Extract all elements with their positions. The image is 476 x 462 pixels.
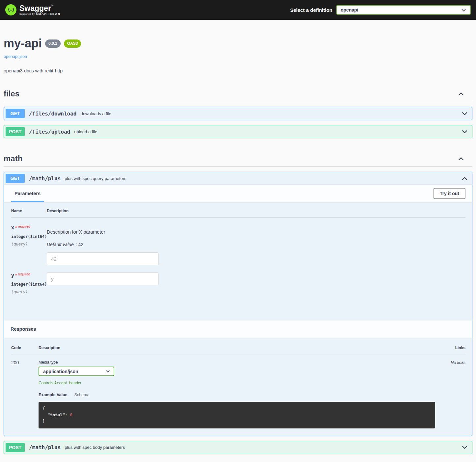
section-files: files GET /files/download downloads a fi… [4, 87, 472, 138]
parameter-x-name-cell: x*required integer($int64) (query) [11, 225, 47, 246]
chevron-up-icon[interactable] [461, 175, 468, 182]
controls-accept-note: Controls Accept header. [39, 381, 435, 385]
parameters-table: Name Description x*required integer($int… [4, 202, 472, 321]
topbar: {…} Swagger™ Supported bySMARTBEAR Selec… [0, 0, 476, 20]
chevron-up-icon[interactable] [458, 90, 464, 97]
chevron-down-icon[interactable] [461, 110, 468, 117]
method-badge-post: POST [6, 443, 25, 452]
op-summary-text: upload a file [74, 129, 97, 134]
default-value-separator: : [74, 242, 78, 247]
description-column-header: Description [47, 209, 465, 213]
parameter-row-x: x*required integer($int64) (query) Descr… [11, 218, 465, 265]
json-value: 0 [70, 412, 72, 417]
opblock-get-files-download: GET /files/download downloads a file [4, 107, 472, 120]
opblock-summary[interactable]: GET /files/download downloads a file [4, 107, 472, 120]
section-files-title: files [4, 89, 19, 98]
controls-prefix: Controls [39, 381, 54, 385]
opblock-post-math-plus: POST /math/plus plus with spec body para… [4, 441, 472, 454]
swagger-logo[interactable]: {…} Swagger™ Supported bySMARTBEAR [5, 4, 61, 16]
main-content: my-api0.0.1OAS3 openapi.json openapi3-do… [0, 20, 476, 462]
method-badge-get: GET [6, 174, 25, 183]
spec-link[interactable]: openapi.json [4, 54, 27, 59]
example-schema-tabs: Example Value Schema [39, 392, 435, 398]
op-path[interactable]: /files/upload [29, 129, 70, 135]
api-title-text: my-api [4, 37, 42, 50]
required-label: required [18, 225, 30, 228]
tab-separator [71, 392, 71, 398]
definition-select[interactable]: openapi [336, 5, 471, 15]
parameter-name: x [11, 225, 14, 230]
code-column-header: Code [11, 346, 39, 350]
logo-trademark: ™ [51, 4, 53, 7]
media-type-label: Media type [39, 360, 435, 365]
version-badge: 0.0.1 [45, 39, 61, 48]
op-path[interactable]: /files/download [29, 111, 77, 117]
parameters-table-head: Name Description [11, 209, 465, 218]
json-key: "total" [47, 412, 65, 417]
chevron-down-icon[interactable] [461, 444, 468, 451]
tab-parameters: Parameters [11, 185, 44, 202]
api-description: openapi3-docs with reitit-http [4, 68, 472, 73]
section-files-header[interactable]: files [4, 87, 472, 102]
parameter-y-input[interactable] [47, 272, 159, 285]
parameter-x-input[interactable] [47, 252, 159, 265]
parameter-x-description-cell: Description for X parameter Default valu… [47, 225, 465, 265]
parameter-y-description-cell [47, 272, 465, 285]
page-title: my-api0.0.1OAS3 [4, 36, 472, 50]
required-asterisk: * [15, 272, 17, 278]
definition-select-value: openapi [341, 7, 358, 13]
opblock-post-files-upload: POST /files/upload upload a file [4, 125, 472, 138]
code-line: "total": 0 [42, 412, 431, 418]
name-column-header: Name [11, 209, 47, 213]
swagger-logo-icon: {…} [5, 4, 16, 15]
select-definition-label: Select a definition [290, 7, 332, 13]
opblock-summary[interactable]: GET /math/plus plus with spec query para… [4, 172, 472, 185]
controls-suffix: header. [68, 381, 82, 385]
try-it-out-button[interactable]: Try it out [434, 188, 465, 199]
responses-table: Code Description Links 200 Media type ap… [4, 338, 472, 436]
opblock-get-math-plus: GET /math/plus plus with spec query para… [4, 172, 472, 436]
parameter-row-y: y*required integer($int64) (query) [11, 265, 465, 294]
parameter-location: (query) [11, 290, 47, 294]
media-type-value: application/json [43, 369, 78, 374]
parameter-description: Description for X parameter [47, 229, 465, 235]
chevron-down-icon[interactable] [461, 128, 468, 135]
parameter-type: integer($int64) [11, 234, 47, 239]
parameters-header: Parameters Try it out [4, 185, 472, 202]
opblock-summary[interactable]: POST /files/upload upload a file [4, 125, 472, 138]
op-path[interactable]: /math/plus [29, 175, 61, 182]
example-value-code: { "total": 0 } [39, 402, 435, 428]
code-line: { [42, 405, 431, 412]
response-row-200: 200 Media type application/json Controls… [11, 354, 465, 428]
response-description-cell: Media type application/json Controls Acc… [39, 360, 442, 428]
tab-schema[interactable]: Schema [74, 393, 90, 397]
oas3-badge: OAS3 [64, 39, 81, 48]
parameter-location: (query) [11, 242, 47, 246]
description-column-header: Description [39, 346, 442, 350]
parameter-y-name-cell: y*required integer($int64) (query) [11, 272, 47, 294]
method-badge-post: POST [6, 127, 25, 136]
json-colon: : [65, 412, 70, 417]
section-math-title: math [4, 154, 22, 163]
opblock-summary[interactable]: POST /math/plus plus with spec body para… [4, 441, 472, 454]
method-badge-get: GET [6, 109, 25, 118]
required-label: required [18, 272, 30, 276]
section-math-header[interactable]: math [4, 152, 472, 167]
op-path[interactable]: /math/plus [29, 444, 61, 450]
logo-subtitle: Supported bySMARTBEAR [19, 13, 61, 15]
chevron-down-icon [461, 7, 466, 13]
media-type-select[interactable]: application/json [39, 367, 114, 376]
chevron-down-icon [105, 369, 110, 374]
braces-icon: {…} [8, 7, 14, 12]
api-info: my-api0.0.1OAS3 openapi.json openapi3-do… [4, 20, 472, 73]
response-links: No links [442, 360, 465, 365]
default-value-label: Default value [47, 242, 74, 247]
parameter-name: y [11, 272, 14, 278]
response-code: 200 [11, 360, 39, 365]
tab-example-value[interactable]: Example Value [39, 393, 68, 397]
definition-selector: Select a definition openapi [290, 5, 471, 15]
chevron-up-icon[interactable] [458, 155, 464, 162]
op-summary-text: downloads a file [81, 111, 111, 116]
parameter-type: integer($int64) [11, 282, 47, 287]
op-summary-text: plus with spec query parameters [65, 176, 126, 181]
